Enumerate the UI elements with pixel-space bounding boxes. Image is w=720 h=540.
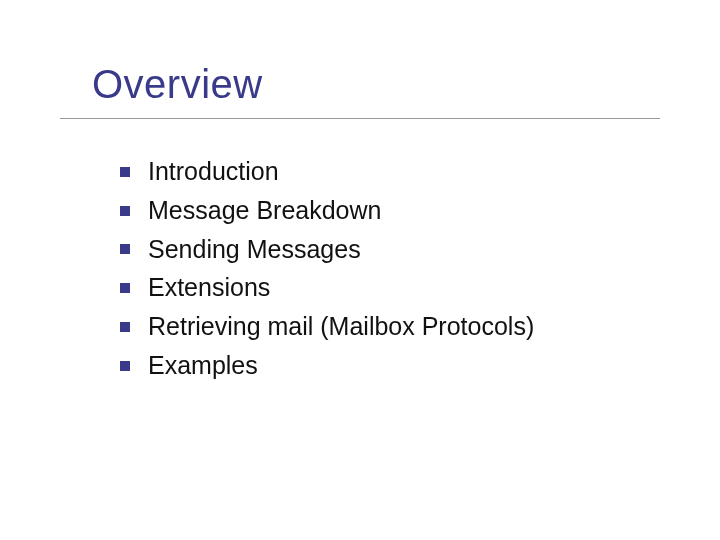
title-underline [60, 118, 660, 119]
bullet-icon [120, 361, 130, 371]
bullet-icon [120, 322, 130, 332]
content-list: Introduction Message Breakdown Sending M… [120, 155, 534, 388]
list-item-label: Message Breakdown [148, 194, 381, 228]
list-item-label: Introduction [148, 155, 279, 189]
list-item-label: Retrieving mail (Mailbox Protocols) [148, 310, 534, 344]
list-item: Examples [120, 349, 534, 383]
list-item-label: Examples [148, 349, 258, 383]
bullet-icon [120, 244, 130, 254]
bullet-icon [120, 206, 130, 216]
list-item: Introduction [120, 155, 534, 189]
list-item: Retrieving mail (Mailbox Protocols) [120, 310, 534, 344]
bullet-icon [120, 167, 130, 177]
slide: Overview Introduction Message Breakdown … [0, 0, 720, 540]
list-item: Message Breakdown [120, 194, 534, 228]
list-item-label: Extensions [148, 271, 270, 305]
list-item: Extensions [120, 271, 534, 305]
list-item: Sending Messages [120, 233, 534, 267]
bullet-icon [120, 283, 130, 293]
page-title: Overview [92, 62, 263, 107]
list-item-label: Sending Messages [148, 233, 361, 267]
